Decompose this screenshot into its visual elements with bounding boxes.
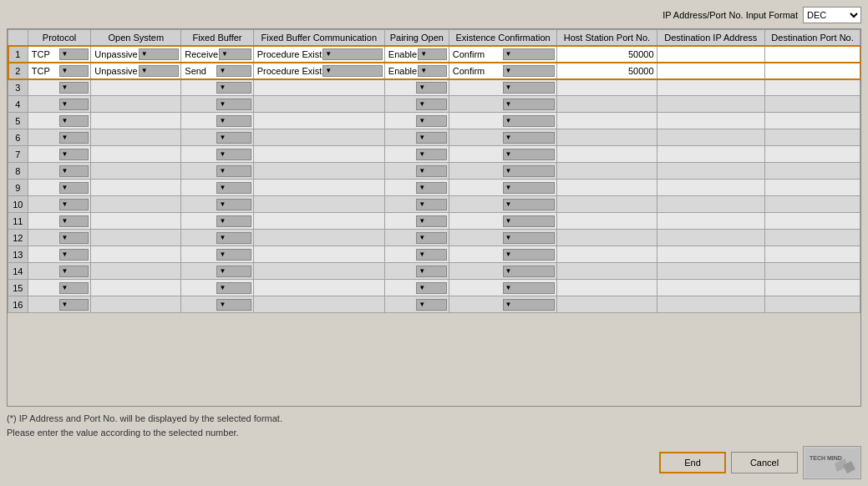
empty-dropdown[interactable]: ▼ — [216, 299, 251, 311]
empty-dropdown[interactable]: ▼ — [416, 282, 446, 294]
host-port-cell[interactable]: 50000 — [557, 46, 657, 63]
open-system-dropdown[interactable]: ▼ — [139, 65, 180, 77]
existence-confirm-cell[interactable]: ▼ — [449, 296, 557, 313]
fixed-buffer-cell[interactable]: ▼ — [181, 96, 253, 113]
pairing-open-cell[interactable]: ▼ — [384, 280, 449, 296]
pairing-open-cell[interactable]: ▼ — [384, 96, 449, 113]
empty-dropdown[interactable]: ▼ — [503, 299, 556, 311]
open-system-cell[interactable]: Unpassive▼ — [91, 46, 181, 63]
open-system-dropdown[interactable]: ▼ — [139, 48, 180, 60]
protocol-cell[interactable]: ▼ — [28, 230, 91, 246]
empty-dropdown[interactable]: ▼ — [216, 232, 251, 244]
protocol-cell[interactable]: ▼ — [28, 180, 91, 196]
dest-ip-cell[interactable] — [657, 46, 765, 63]
open-system-cell[interactable]: Unpassive▼ — [91, 63, 181, 79]
empty-dropdown[interactable]: ▼ — [503, 99, 556, 110]
empty-dropdown[interactable]: ▼ — [59, 215, 89, 227]
empty-dropdown[interactable]: ▼ — [59, 232, 89, 244]
fixed-buffer-cell[interactable]: ▼ — [181, 163, 253, 180]
existence-confirm-cell[interactable]: ▼ — [449, 79, 557, 96]
fixed-buffer-cell[interactable]: ▼ — [181, 79, 253, 96]
empty-dropdown[interactable]: ▼ — [216, 82, 251, 94]
pairing-open-cell[interactable]: ▼ — [384, 180, 449, 196]
empty-dropdown[interactable]: ▼ — [416, 215, 446, 227]
existence-confirm-cell[interactable]: ▼ — [449, 263, 557, 280]
pairing-open-cell[interactable]: ▼ — [384, 129, 449, 146]
empty-dropdown[interactable]: ▼ — [216, 99, 251, 110]
fixed-buffer-comm-cell[interactable]: Procedure Exist▼ — [253, 63, 384, 79]
protocol-cell[interactable]: ▼ — [28, 79, 91, 96]
dest-port-cell[interactable] — [765, 63, 860, 79]
fixed-buffer-cell[interactable]: ▼ — [181, 246, 253, 263]
pairing-open-cell[interactable]: ▼ — [384, 113, 449, 129]
dest-ip-cell[interactable] — [657, 63, 765, 79]
empty-dropdown[interactable]: ▼ — [216, 249, 251, 261]
existence-confirm-cell[interactable]: Confirm▼ — [449, 46, 557, 63]
empty-dropdown[interactable]: ▼ — [216, 115, 251, 127]
fixed-buffer-comm-dropdown[interactable]: ▼ — [322, 65, 383, 77]
pairing-open-cell[interactable]: Enable▼ — [384, 63, 449, 79]
fixed-buffer-comm-cell[interactable]: Procedure Exist▼ — [253, 46, 384, 63]
empty-dropdown[interactable]: ▼ — [416, 266, 446, 277]
empty-dropdown[interactable]: ▼ — [59, 132, 89, 144]
existence-confirm-cell[interactable]: ▼ — [449, 213, 557, 230]
pairing-open-cell[interactable]: ▼ — [384, 146, 449, 163]
fixed-buffer-cell[interactable]: ▼ — [181, 263, 253, 280]
fixed-buffer-cell[interactable]: ▼ — [181, 180, 253, 196]
empty-dropdown[interactable]: ▼ — [216, 266, 251, 277]
protocol-cell[interactable]: ▼ — [28, 213, 91, 230]
empty-dropdown[interactable]: ▼ — [216, 132, 251, 144]
empty-dropdown[interactable]: ▼ — [416, 299, 446, 311]
empty-dropdown[interactable]: ▼ — [503, 266, 556, 277]
fixed-buffer-cell[interactable]: ▼ — [181, 296, 253, 313]
empty-dropdown[interactable]: ▼ — [416, 232, 446, 244]
protocol-cell[interactable]: TCP▼ — [28, 63, 91, 79]
format-select[interactable]: DEC HEX — [803, 7, 861, 23]
protocol-cell[interactable]: ▼ — [28, 146, 91, 163]
empty-dropdown[interactable]: ▼ — [416, 149, 446, 160]
pairing-open-cell[interactable]: ▼ — [384, 79, 449, 96]
empty-dropdown[interactable]: ▼ — [416, 82, 446, 94]
pairing-open-cell[interactable]: ▼ — [384, 296, 449, 313]
empty-dropdown[interactable]: ▼ — [503, 149, 556, 160]
pairing-open-cell[interactable]: Enable▼ — [384, 46, 449, 63]
empty-dropdown[interactable]: ▼ — [503, 199, 556, 210]
pairing-open-dropdown[interactable]: ▼ — [418, 48, 447, 60]
host-port-cell[interactable]: 50000 — [557, 63, 657, 79]
protocol-cell[interactable]: ▼ — [28, 96, 91, 113]
pairing-open-cell[interactable]: ▼ — [384, 163, 449, 180]
empty-dropdown[interactable]: ▼ — [416, 249, 446, 261]
pairing-open-cell[interactable]: ▼ — [384, 213, 449, 230]
existence-confirm-cell[interactable]: ▼ — [449, 180, 557, 196]
existence-confirm-cell[interactable]: ▼ — [449, 280, 557, 296]
empty-dropdown[interactable]: ▼ — [503, 249, 556, 261]
existence-confirm-dropdown[interactable]: ▼ — [503, 65, 556, 77]
fixed-buffer-cell[interactable]: ▼ — [181, 196, 253, 213]
empty-dropdown[interactable]: ▼ — [216, 165, 251, 177]
empty-dropdown[interactable]: ▼ — [416, 99, 446, 110]
existence-confirm-cell[interactable]: ▼ — [449, 246, 557, 263]
pairing-open-cell[interactable]: ▼ — [384, 246, 449, 263]
empty-dropdown[interactable]: ▼ — [59, 165, 89, 177]
existence-confirm-cell[interactable]: ▼ — [449, 96, 557, 113]
empty-dropdown[interactable]: ▼ — [503, 132, 556, 144]
empty-dropdown[interactable]: ▼ — [59, 266, 89, 277]
fixed-buffer-cell[interactable]: ▼ — [181, 129, 253, 146]
existence-confirm-cell[interactable]: ▼ — [449, 146, 557, 163]
empty-dropdown[interactable]: ▼ — [503, 232, 556, 244]
empty-dropdown[interactable]: ▼ — [416, 182, 446, 194]
fixed-buffer-cell[interactable]: ▼ — [181, 146, 253, 163]
empty-dropdown[interactable]: ▼ — [59, 99, 89, 110]
protocol-cell[interactable]: ▼ — [28, 296, 91, 313]
protocol-cell[interactable]: ▼ — [28, 263, 91, 280]
pairing-open-dropdown[interactable]: ▼ — [418, 65, 447, 77]
empty-dropdown[interactable]: ▼ — [216, 199, 251, 210]
fixed-buffer-cell[interactable]: ▼ — [181, 113, 253, 129]
existence-confirm-cell[interactable]: ▼ — [449, 113, 557, 129]
empty-dropdown[interactable]: ▼ — [216, 182, 251, 194]
empty-dropdown[interactable]: ▼ — [503, 82, 556, 94]
empty-dropdown[interactable]: ▼ — [416, 199, 446, 210]
fixed-buffer-dropdown[interactable]: ▼ — [219, 48, 251, 60]
protocol-dropdown[interactable]: ▼ — [59, 65, 89, 77]
fixed-buffer-cell[interactable]: ▼ — [181, 230, 253, 246]
